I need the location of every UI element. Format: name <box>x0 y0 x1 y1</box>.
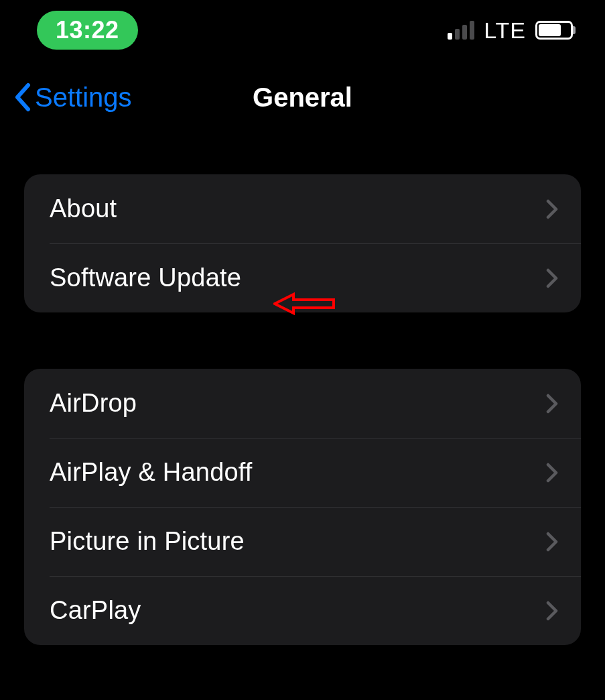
network-label: LTE <box>484 17 526 44</box>
chevron-right-icon <box>546 463 558 483</box>
navigation-bar: Settings General <box>0 60 605 134</box>
status-bar: 13:22 LTE <box>0 0 605 60</box>
row-label: CarPlay <box>50 596 141 625</box>
status-right: LTE <box>448 17 573 44</box>
status-time: 13:22 <box>56 16 119 44</box>
row-label: Picture in Picture <box>50 527 245 556</box>
back-label: Settings <box>35 82 132 113</box>
status-time-pill[interactable]: 13:22 <box>37 11 138 50</box>
row-label: AirDrop <box>50 389 137 418</box>
row-carplay[interactable]: CarPlay <box>24 576 581 645</box>
row-airdrop[interactable]: AirDrop <box>24 369 581 438</box>
cellular-signal-icon <box>448 21 474 40</box>
chevron-right-icon <box>546 394 558 414</box>
settings-group: About Software Update <box>24 174 581 312</box>
row-software-update[interactable]: Software Update <box>24 243 581 312</box>
chevron-right-icon <box>546 268 558 288</box>
page-title: General <box>253 82 352 113</box>
battery-icon <box>535 21 573 40</box>
chevron-right-icon <box>546 199 558 219</box>
chevron-right-icon <box>546 532 558 552</box>
settings-group: AirDrop AirPlay & Handoff Picture in Pic… <box>24 369 581 645</box>
chevron-left-icon <box>13 82 31 112</box>
row-about[interactable]: About <box>24 174 581 243</box>
content: About Software Update AirDrop AirPlay & … <box>0 134 605 645</box>
back-button[interactable]: Settings <box>13 82 132 113</box>
row-airplay-handoff[interactable]: AirPlay & Handoff <box>24 438 581 507</box>
row-picture-in-picture[interactable]: Picture in Picture <box>24 507 581 576</box>
row-label: About <box>50 194 117 223</box>
row-label: Software Update <box>50 264 241 292</box>
row-label: AirPlay & Handoff <box>50 458 253 487</box>
chevron-right-icon <box>546 601 558 621</box>
battery-fill <box>539 24 561 36</box>
